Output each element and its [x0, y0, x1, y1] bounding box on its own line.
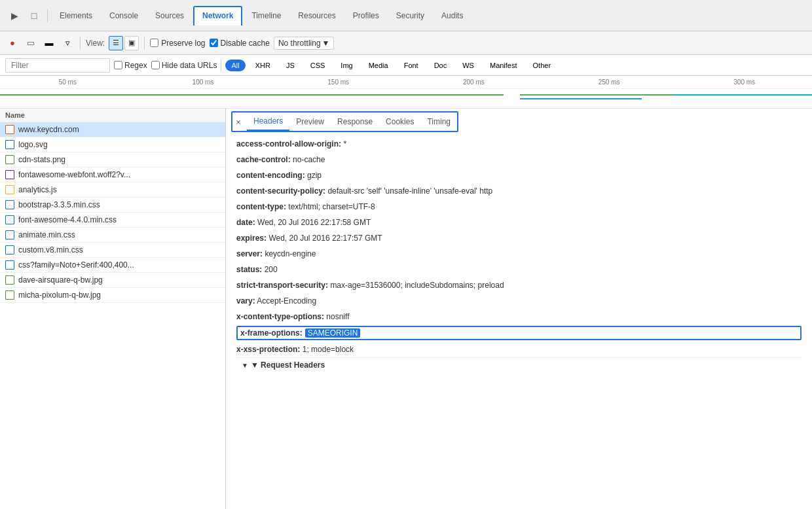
file-name-cdn-stats: cdn-stats.png: [18, 155, 220, 164]
regex-checkbox[interactable]: [114, 61, 122, 69]
main-area: Name www.keycdn.com logo.svg cdn-stats.p…: [0, 109, 812, 509]
file-item-font-awesome[interactable]: font-awesome-4.4.0.min.css: [0, 213, 225, 228]
file-name-logo-svg: logo.svg: [18, 140, 220, 149]
file-icon-js: [5, 185, 14, 194]
timeline-chart: [0, 89, 812, 109]
timeline-label-150: 150 ms: [270, 79, 406, 88]
tab-preview[interactable]: Preview: [289, 113, 331, 130]
timeline-cyan-bar: [674, 94, 812, 96]
timeline-label-200: 200 ms: [406, 79, 542, 88]
file-item-css-family[interactable]: css?family=Noto+Serif:400,400...: [0, 258, 225, 273]
filter-input[interactable]: [5, 58, 110, 73]
filter-bar: Regex Hide data URLs All XHR JS CSS Img …: [0, 55, 812, 76]
cursor-icon[interactable]: ▶: [5, 7, 24, 25]
inspect-icon[interactable]: □: [25, 7, 43, 25]
network-toolbar: ● ▭ ▬ ▿ View: ☰ ▣ Preserve log Disable c…: [0, 31, 812, 55]
video-icon[interactable]: ▬: [42, 36, 56, 50]
file-item-www-keycdn[interactable]: www.keycdn.com: [0, 122, 225, 137]
file-icon-css-3: [5, 230, 14, 239]
tab-audits[interactable]: Audits: [434, 7, 471, 24]
file-name-css-family: css?family=Noto+Serif:400,400...: [18, 260, 220, 270]
file-item-micha[interactable]: micha-pixolum-q-bw.jpg: [0, 288, 225, 303]
header-row-expires: expires: Wed, 20 Jul 2016 22:17:57 GMT: [236, 230, 802, 246]
request-headers-section[interactable]: ▼ ▼ Request Headers: [236, 357, 802, 372]
file-item-dave[interactable]: dave-airsquare-q-bw.jpg: [0, 273, 225, 288]
header-key-status: status:: [236, 265, 262, 274]
tab-sources[interactable]: Sources: [147, 7, 192, 24]
tab-resources[interactable]: Resources: [290, 7, 343, 24]
type-doc-button[interactable]: Doc: [428, 60, 453, 71]
header-val-server: keycdn-engine: [265, 249, 316, 258]
type-all-button[interactable]: All: [225, 60, 245, 71]
header-val-expires: Wed, 20 Jul 2016 22:17:57 GMT: [268, 234, 382, 243]
file-item-analytics[interactable]: analytics.js: [0, 183, 225, 198]
header-key-csp: content-security-policy:: [236, 186, 325, 196]
preserve-log-checkbox[interactable]: [150, 39, 158, 47]
filter-divider: [221, 60, 221, 71]
view-list-button[interactable]: ☰: [109, 36, 123, 50]
header-row-status: status: 200: [236, 262, 802, 277]
header-row-date: date: Wed, 20 Jul 2016 22:17:58 GMT: [236, 215, 802, 230]
header-row-content-encoding: content-encoding: gzip: [236, 167, 802, 183]
type-ws-button[interactable]: WS: [456, 60, 480, 71]
tab-profiles[interactable]: Profiles: [345, 7, 387, 24]
right-panel: × Headers Preview Response Cookies Timin…: [226, 109, 812, 509]
file-item-fontawesome[interactable]: fontawesome-webfont.woff2?v...: [0, 167, 225, 183]
header-key-expires: expires:: [236, 234, 267, 243]
header-row-cache-control: cache-control: no-cache: [236, 152, 802, 167]
header-val-csp: default-src 'self' 'unsafe-inline' 'unsa…: [327, 186, 492, 196]
file-name-custom: custom.v8.min.css: [18, 245, 220, 254]
file-icon-jpg-1: [5, 275, 14, 285]
tab-console[interactable]: Console: [101, 7, 146, 24]
header-val-sts: max-age=31536000; includeSubdomains; pre…: [330, 281, 504, 290]
timeline-bar: 50 ms 100 ms 150 ms 200 ms 250 ms 300 ms: [0, 76, 812, 109]
tab-elements[interactable]: Elements: [52, 7, 100, 24]
request-headers-label: ▼ Request Headers: [251, 360, 325, 370]
type-other-button[interactable]: Other: [527, 60, 557, 71]
disable-cache-label[interactable]: Disable cache: [210, 39, 270, 48]
tab-response[interactable]: Response: [331, 113, 379, 130]
tab-timeline[interactable]: Timeline: [244, 7, 289, 24]
tab-timing[interactable]: Timing: [420, 113, 457, 130]
header-val-access-control: *: [343, 139, 346, 149]
type-css-button[interactable]: CSS: [304, 60, 331, 71]
file-icon-jpg-2: [5, 290, 14, 300]
record-button[interactable]: ●: [5, 36, 20, 50]
type-js-button[interactable]: JS: [280, 60, 301, 71]
close-panel-button[interactable]: ×: [232, 116, 244, 128]
file-item-logo-svg[interactable]: logo.svg: [0, 137, 225, 152]
tab-headers[interactable]: Headers: [247, 113, 289, 131]
header-row-content-type: content-type: text/html; charset=UTF-8: [236, 199, 802, 215]
file-name-dave: dave-airsquare-q-bw.jpg: [18, 275, 220, 285]
type-media-button[interactable]: Media: [363, 60, 394, 71]
file-item-bootstrap[interactable]: bootstrap-3.3.5.min.css: [0, 198, 225, 213]
throttle-chevron-icon: ▼: [322, 39, 330, 48]
type-xhr-button[interactable]: XHR: [249, 60, 276, 71]
file-item-cdn-stats[interactable]: cdn-stats.png: [0, 152, 225, 167]
type-img-button[interactable]: Img: [335, 60, 358, 71]
file-list-panel: Name www.keycdn.com logo.svg cdn-stats.p…: [0, 109, 226, 509]
filter-icon[interactable]: ▿: [60, 36, 75, 50]
type-font-button[interactable]: Font: [398, 60, 424, 71]
tab-network[interactable]: Network: [193, 6, 242, 26]
regex-checkbox-label[interactable]: Regex: [114, 61, 147, 70]
file-item-animate[interactable]: animate.min.css: [0, 228, 225, 243]
header-key-cache-control: cache-control:: [236, 155, 291, 164]
timeline-label-50: 50 ms: [0, 79, 136, 88]
view-detail-button[interactable]: ▣: [124, 36, 139, 50]
hide-data-urls-checkbox[interactable]: [151, 61, 160, 69]
header-key-xcto: x-content-type-options:: [236, 312, 324, 321]
file-item-custom[interactable]: custom.v8.min.css: [0, 243, 225, 258]
header-row-xcto: x-content-type-options: nosniff: [236, 309, 802, 325]
tab-security[interactable]: Security: [388, 7, 432, 24]
tab-cookies[interactable]: Cookies: [379, 113, 420, 130]
header-row-xxp: x-xss-protection: 1; mode=block: [236, 342, 802, 357]
throttling-dropdown[interactable]: No throttling ▼: [274, 37, 335, 50]
preserve-log-label[interactable]: Preserve log: [150, 39, 205, 48]
hide-data-urls-label[interactable]: Hide data URLs: [151, 61, 217, 70]
type-manifest-button[interactable]: Manifest: [484, 60, 523, 71]
stop-button[interactable]: ▭: [24, 36, 38, 50]
timeline-green-bar-2: [520, 94, 699, 96]
headers-content: access-control-allow-origin: * cache-con…: [226, 132, 812, 376]
disable-cache-checkbox[interactable]: [210, 39, 218, 47]
